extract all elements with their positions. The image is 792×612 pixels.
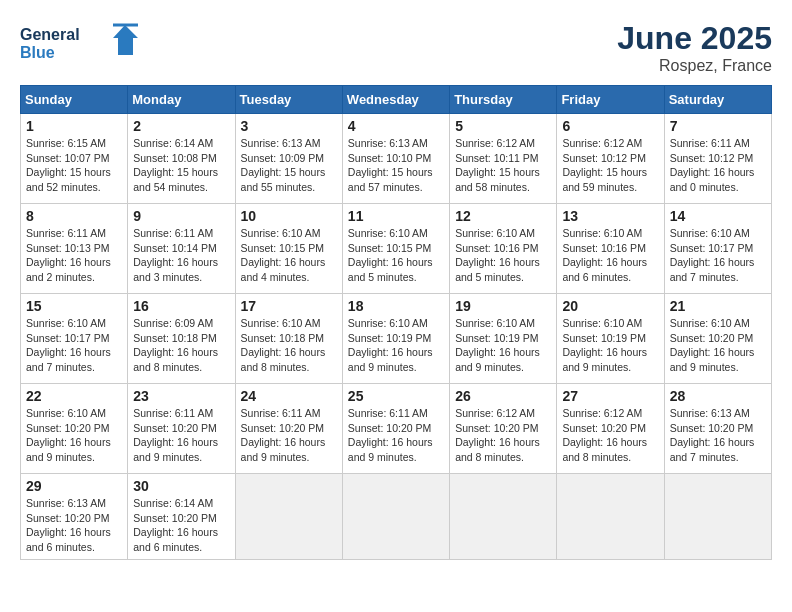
day-number: 10 (241, 208, 337, 224)
day-number: 6 (562, 118, 658, 134)
day-info: Sunrise: 6:12 AMSunset: 10:20 PMDaylight… (562, 406, 658, 465)
day-info: Sunrise: 6:13 AMSunset: 10:10 PMDaylight… (348, 136, 444, 195)
day-number: 3 (241, 118, 337, 134)
day-cell-6: 6 Sunrise: 6:12 AMSunset: 10:12 PMDaylig… (557, 114, 664, 204)
day-number: 5 (455, 118, 551, 134)
logo: General Blue (20, 20, 140, 70)
day-number: 9 (133, 208, 229, 224)
day-cell-29: 29 Sunrise: 6:13 AMSunset: 10:20 PMDayli… (21, 474, 128, 560)
day-info: Sunrise: 6:11 AMSunset: 10:14 PMDaylight… (133, 226, 229, 285)
day-number: 26 (455, 388, 551, 404)
day-number: 20 (562, 298, 658, 314)
day-cell-21: 21 Sunrise: 6:10 AMSunset: 10:20 PMDayli… (664, 294, 771, 384)
day-cell-22: 22 Sunrise: 6:10 AMSunset: 10:20 PMDayli… (21, 384, 128, 474)
day-number: 13 (562, 208, 658, 224)
day-number: 22 (26, 388, 122, 404)
day-info: Sunrise: 6:09 AMSunset: 10:18 PMDaylight… (133, 316, 229, 375)
month-year-title: June 2025 (617, 20, 772, 57)
day-number: 30 (133, 478, 229, 494)
day-info: Sunrise: 6:11 AMSunset: 10:13 PMDaylight… (26, 226, 122, 285)
day-number: 8 (26, 208, 122, 224)
page-header: General Blue June 2025 Rospez, France (20, 20, 772, 75)
day-cell-20: 20 Sunrise: 6:10 AMSunset: 10:19 PMDayli… (557, 294, 664, 384)
day-number: 29 (26, 478, 122, 494)
location-subtitle: Rospez, France (617, 57, 772, 75)
day-info: Sunrise: 6:10 AMSunset: 10:20 PMDaylight… (670, 316, 766, 375)
header-saturday: Saturday (664, 86, 771, 114)
day-info: Sunrise: 6:10 AMSunset: 10:16 PMDaylight… (562, 226, 658, 285)
day-cell-30: 30 Sunrise: 6:14 AMSunset: 10:20 PMDayli… (128, 474, 235, 560)
day-cell-15: 15 Sunrise: 6:10 AMSunset: 10:17 PMDayli… (21, 294, 128, 384)
day-number: 23 (133, 388, 229, 404)
day-cell-27: 27 Sunrise: 6:12 AMSunset: 10:20 PMDayli… (557, 384, 664, 474)
day-info: Sunrise: 6:12 AMSunset: 10:11 PMDaylight… (455, 136, 551, 195)
day-info: Sunrise: 6:10 AMSunset: 10:15 PMDaylight… (241, 226, 337, 285)
empty-cell (450, 474, 557, 560)
day-cell-26: 26 Sunrise: 6:12 AMSunset: 10:20 PMDayli… (450, 384, 557, 474)
day-info: Sunrise: 6:10 AMSunset: 10:18 PMDaylight… (241, 316, 337, 375)
day-info: Sunrise: 6:10 AMSunset: 10:15 PMDaylight… (348, 226, 444, 285)
day-info: Sunrise: 6:10 AMSunset: 10:19 PMDaylight… (455, 316, 551, 375)
day-number: 24 (241, 388, 337, 404)
day-info: Sunrise: 6:10 AMSunset: 10:16 PMDaylight… (455, 226, 551, 285)
day-info: Sunrise: 6:12 AMSunset: 10:12 PMDaylight… (562, 136, 658, 195)
day-number: 4 (348, 118, 444, 134)
day-number: 15 (26, 298, 122, 314)
day-number: 14 (670, 208, 766, 224)
day-number: 25 (348, 388, 444, 404)
empty-cell (235, 474, 342, 560)
day-cell-13: 13 Sunrise: 6:10 AMSunset: 10:16 PMDayli… (557, 204, 664, 294)
day-cell-5: 5 Sunrise: 6:12 AMSunset: 10:11 PMDaylig… (450, 114, 557, 204)
day-info: Sunrise: 6:15 AMSunset: 10:07 PMDaylight… (26, 136, 122, 195)
title-area: June 2025 Rospez, France (617, 20, 772, 75)
week-row-4: 22 Sunrise: 6:10 AMSunset: 10:20 PMDayli… (21, 384, 772, 474)
day-number: 21 (670, 298, 766, 314)
day-info: Sunrise: 6:14 AMSunset: 10:20 PMDaylight… (133, 496, 229, 555)
header-sunday: Sunday (21, 86, 128, 114)
day-info: Sunrise: 6:11 AMSunset: 10:20 PMDaylight… (241, 406, 337, 465)
day-number: 16 (133, 298, 229, 314)
day-cell-23: 23 Sunrise: 6:11 AMSunset: 10:20 PMDayli… (128, 384, 235, 474)
day-info: Sunrise: 6:11 AMSunset: 10:20 PMDaylight… (348, 406, 444, 465)
day-cell-19: 19 Sunrise: 6:10 AMSunset: 10:19 PMDayli… (450, 294, 557, 384)
day-cell-1: 1 Sunrise: 6:15 AMSunset: 10:07 PMDaylig… (21, 114, 128, 204)
week-row-3: 15 Sunrise: 6:10 AMSunset: 10:17 PMDayli… (21, 294, 772, 384)
day-info: Sunrise: 6:11 AMSunset: 10:12 PMDaylight… (670, 136, 766, 195)
day-info: Sunrise: 6:10 AMSunset: 10:20 PMDaylight… (26, 406, 122, 465)
header-tuesday: Tuesday (235, 86, 342, 114)
header-thursday: Thursday (450, 86, 557, 114)
day-cell-9: 9 Sunrise: 6:11 AMSunset: 10:14 PMDaylig… (128, 204, 235, 294)
week-row-2: 8 Sunrise: 6:11 AMSunset: 10:13 PMDaylig… (21, 204, 772, 294)
weekday-header-row: Sunday Monday Tuesday Wednesday Thursday… (21, 86, 772, 114)
logo-svg: General Blue (20, 20, 140, 70)
day-info: Sunrise: 6:10 AMSunset: 10:19 PMDaylight… (348, 316, 444, 375)
day-cell-11: 11 Sunrise: 6:10 AMSunset: 10:15 PMDayli… (342, 204, 449, 294)
day-number: 17 (241, 298, 337, 314)
empty-cell (664, 474, 771, 560)
day-cell-4: 4 Sunrise: 6:13 AMSunset: 10:10 PMDaylig… (342, 114, 449, 204)
day-number: 11 (348, 208, 444, 224)
empty-cell (557, 474, 664, 560)
day-info: Sunrise: 6:12 AMSunset: 10:20 PMDaylight… (455, 406, 551, 465)
day-number: 12 (455, 208, 551, 224)
day-info: Sunrise: 6:13 AMSunset: 10:20 PMDaylight… (670, 406, 766, 465)
day-cell-10: 10 Sunrise: 6:10 AMSunset: 10:15 PMDayli… (235, 204, 342, 294)
day-info: Sunrise: 6:13 AMSunset: 10:09 PMDaylight… (241, 136, 337, 195)
day-number: 7 (670, 118, 766, 134)
day-number: 19 (455, 298, 551, 314)
day-cell-2: 2 Sunrise: 6:14 AMSunset: 10:08 PMDaylig… (128, 114, 235, 204)
week-row-5: 29 Sunrise: 6:13 AMSunset: 10:20 PMDayli… (21, 474, 772, 560)
day-cell-17: 17 Sunrise: 6:10 AMSunset: 10:18 PMDayli… (235, 294, 342, 384)
day-info: Sunrise: 6:14 AMSunset: 10:08 PMDaylight… (133, 136, 229, 195)
day-info: Sunrise: 6:11 AMSunset: 10:20 PMDaylight… (133, 406, 229, 465)
header-friday: Friday (557, 86, 664, 114)
day-cell-24: 24 Sunrise: 6:11 AMSunset: 10:20 PMDayli… (235, 384, 342, 474)
day-info: Sunrise: 6:10 AMSunset: 10:17 PMDaylight… (670, 226, 766, 285)
day-number: 28 (670, 388, 766, 404)
day-info: Sunrise: 6:13 AMSunset: 10:20 PMDaylight… (26, 496, 122, 555)
day-number: 1 (26, 118, 122, 134)
day-number: 18 (348, 298, 444, 314)
day-number: 2 (133, 118, 229, 134)
svg-text:General: General (20, 26, 80, 43)
svg-text:Blue: Blue (20, 44, 55, 61)
